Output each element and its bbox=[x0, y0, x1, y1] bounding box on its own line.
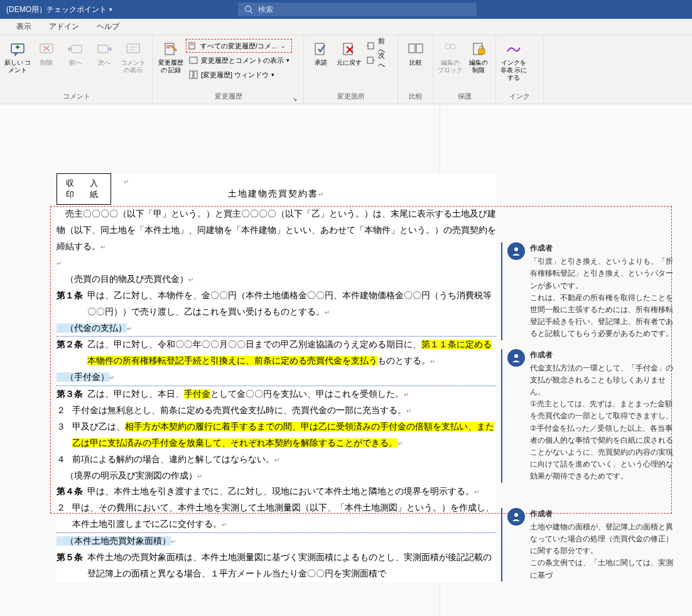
comment-author: 作成者 bbox=[530, 349, 677, 361]
heading-4: （境界の明示及び実測図の作成） bbox=[57, 468, 496, 484]
avatar-icon bbox=[507, 242, 525, 260]
block-authors-button[interactable]: 編集の ブロック bbox=[437, 38, 464, 74]
svg-rect-9 bbox=[98, 45, 108, 53]
comment-text: 代金支払方法の一環として、「手付金」の支払が観念されることも珍しくありません。 … bbox=[530, 362, 677, 483]
article-3-2: ２手付金は無利息とし、前条に定める売買代金支払時に、売買代金の一部に充当する。 bbox=[57, 403, 496, 419]
svg-rect-26 bbox=[367, 57, 373, 63]
search-placeholder: 検索 bbox=[258, 4, 273, 15]
group-label-comment: コメント bbox=[4, 92, 149, 102]
track-changes-button[interactable]: 変更履歴の 記録 bbox=[157, 38, 185, 82]
svg-rect-25 bbox=[368, 43, 374, 49]
tab-help[interactable]: ヘルプ bbox=[88, 19, 128, 35]
comment-1[interactable]: 作成者 「引渡」と引き換え、というよりも、「所有権移転登記」と引き換え、というパ… bbox=[501, 242, 677, 340]
svg-point-35 bbox=[514, 513, 518, 517]
svg-point-34 bbox=[514, 354, 518, 358]
document-page[interactable]: 収 入 印 紙 土地建物売買契約書 売主〇〇〇〇（以下「甲」という。）と買主〇〇… bbox=[57, 173, 496, 582]
prev-change-icon bbox=[366, 41, 376, 51]
revenue-stamp: 収 入 印 紙 bbox=[57, 173, 111, 205]
svg-rect-18 bbox=[190, 57, 197, 63]
avatar-icon bbox=[507, 508, 525, 526]
show-markup-dropdown[interactable]: 変更履歴とコメントの表示 ▾ bbox=[186, 53, 292, 67]
svg-rect-13 bbox=[165, 43, 174, 55]
comment-author: 作成者 bbox=[530, 508, 677, 520]
delete-comment-button[interactable]: 削除 bbox=[33, 38, 60, 74]
search-box[interactable]: 検索 bbox=[238, 3, 477, 16]
next-change-icon bbox=[366, 55, 376, 65]
show-comments-button[interactable]: コメント の表示 bbox=[119, 38, 147, 74]
next-change-button[interactable]: 次へ bbox=[364, 53, 394, 67]
doc-title: 土地建物売買契約書 bbox=[57, 186, 496, 202]
svg-rect-32 bbox=[478, 49, 485, 54]
reviewing-pane-icon bbox=[188, 70, 198, 80]
article-3-4: ４前項による解約の場合、違約と解してはならない。 bbox=[57, 451, 496, 468]
reject-button[interactable]: 元に戻す bbox=[335, 38, 362, 67]
heading-5: （本件土地売買対象面積） bbox=[57, 533, 496, 549]
group-label-ink: インク bbox=[500, 92, 539, 102]
search-icon bbox=[244, 5, 253, 14]
article-5-1: 第５条 本件土地の売買対象面積は、本件土地測量図に基づく実測面積によるものとし、… bbox=[57, 549, 496, 582]
preamble: 売主〇〇〇〇（以下「甲」という。）と買主〇〇〇〇（以下「乙」という。）は、末尾に… bbox=[57, 206, 496, 255]
comment-text: 「引渡」と引き換え、というよりも、「所有権移転登記」と引き換え、というパターンが… bbox=[530, 256, 677, 340]
article-3-3: ３甲及び乙は、相手方が本契約の履行に着手するまでの間、甲は乙に受領済みの手付金の… bbox=[57, 419, 496, 451]
svg-rect-20 bbox=[194, 71, 197, 78]
tab-addin[interactable]: アドイン bbox=[40, 19, 88, 35]
svg-rect-8 bbox=[72, 45, 82, 53]
svg-line-1 bbox=[251, 11, 253, 14]
compare-button[interactable]: 比較 bbox=[402, 38, 429, 67]
prev-comment-button[interactable]: 前へ bbox=[62, 38, 89, 74]
show-markup-icon bbox=[188, 55, 198, 65]
comment-author: 作成者 bbox=[530, 242, 677, 254]
article-4-2: ２甲は、その費用において、本件土地を実測して土地測量図（以下、「本件土地測図」と… bbox=[57, 500, 496, 533]
group-label-changes: 変更箇所 bbox=[308, 92, 394, 102]
group-label-protect: 保護 bbox=[437, 92, 492, 102]
svg-rect-16 bbox=[189, 43, 195, 49]
article-1: 第１条 甲は、乙に対し、本物件を、金〇〇円（本件土地価格金〇〇円、本件建物価格金… bbox=[57, 288, 496, 320]
hide-ink-button[interactable]: インクを非表 示にする bbox=[500, 38, 527, 82]
accept-button[interactable]: 承諾 bbox=[308, 38, 334, 67]
article-3-1: 第３条 乙は、甲に対し、本日、手付金として金〇〇円を支払い、甲はこれを受領した。 bbox=[57, 386, 496, 403]
reviewing-pane-dropdown[interactable]: [変更履歴] ウィンドウ ▾ bbox=[186, 68, 292, 82]
svg-point-0 bbox=[246, 6, 251, 12]
heading-1: （売買の目的物及び売買代金） bbox=[57, 271, 496, 288]
tab-view[interactable]: 表示 bbox=[8, 19, 40, 35]
display-review-icon bbox=[188, 41, 198, 51]
title-dropdown-icon[interactable]: ▾ bbox=[109, 6, 112, 13]
comment-3[interactable]: 作成者 土地や建物の面積が、登記簿上の面積と異なっていた場合の処理（売買代金の修… bbox=[501, 508, 677, 581]
svg-rect-27 bbox=[409, 44, 415, 53]
display-for-review-dropdown[interactable]: すべての変更履歴/コメ…⌄ bbox=[186, 39, 292, 53]
article-2: 第２条 乙は、甲に対し、令和〇〇年〇〇月〇〇日までの甲乙別途協議のうえ定める期日… bbox=[57, 337, 496, 369]
comment-text: 土地や建物の面積が、登記簿上の面積と異なっていた場合の処理（売買代金の修正）に関… bbox=[530, 521, 677, 581]
svg-point-33 bbox=[514, 247, 518, 251]
svg-point-29 bbox=[445, 44, 450, 49]
comment-2[interactable]: 作成者 代金支払方法の一環として、「手付金」の支払が観念されることも珍しくありま… bbox=[501, 349, 677, 483]
article-4-1: 第４条 甲は、本件土地を引き渡すまでに、乙に対し、現地において本件土地と隣地との… bbox=[57, 484, 496, 500]
svg-rect-28 bbox=[416, 44, 423, 53]
group-label-compare: 比較 bbox=[402, 92, 429, 102]
group-label-track: 変更履歴 bbox=[215, 92, 242, 102]
heading-2: （代金の支払） bbox=[57, 320, 496, 337]
window-title: (DEMO用）チェックポイント bbox=[6, 4, 107, 15]
para-mark-icon bbox=[124, 173, 129, 190]
avatar-icon bbox=[507, 349, 525, 367]
track-launcher-icon[interactable]: ↘ bbox=[292, 95, 300, 102]
svg-rect-10 bbox=[127, 44, 139, 53]
next-comment-button[interactable]: 次へ bbox=[90, 38, 118, 74]
restrict-editing-button[interactable]: 編集の 制限 bbox=[465, 38, 492, 74]
svg-point-30 bbox=[450, 44, 455, 49]
new-comment-button[interactable]: 新しい コメント bbox=[4, 38, 31, 74]
heading-3: （手付金） bbox=[57, 369, 496, 386]
svg-rect-19 bbox=[190, 71, 193, 78]
